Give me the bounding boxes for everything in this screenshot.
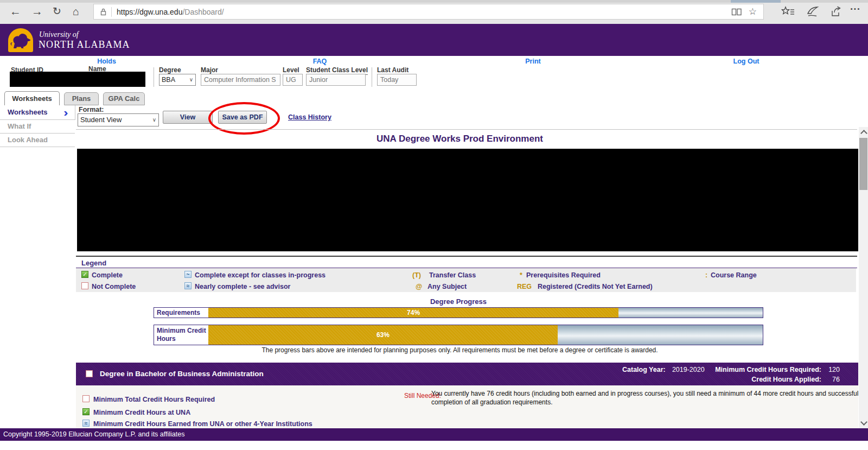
- degree-checkbox-icon: [86, 370, 93, 377]
- degree-progress-title: Degree Progress: [154, 297, 763, 306]
- legend-not-complete-label: Not Complete: [92, 283, 136, 290]
- format-value: Student View: [80, 115, 122, 125]
- applied-hours-label: Credit Hours Applied:: [751, 376, 821, 383]
- credit-hours-bar-label: Minimum Credit Hours: [154, 325, 208, 345]
- tab-plans[interactable]: Plans: [64, 92, 99, 105]
- refresh-icon[interactable]: ↻: [53, 4, 61, 19]
- min-hours-value: 120: [826, 365, 840, 374]
- scroll-down-icon[interactable]: [860, 419, 867, 426]
- forward-icon[interactable]: →: [31, 4, 43, 19]
- copyright-footer: Copyright 1995-2019 Ellucian Company L.P…: [0, 428, 868, 441]
- una-logo: [8, 28, 33, 52]
- last-audit-field: Today: [377, 74, 417, 86]
- vertical-scrollbar[interactable]: [859, 127, 868, 428]
- address-divider: [111, 7, 112, 17]
- applied-hours-value: 76: [826, 375, 840, 384]
- nearly-complete-icon: ≈: [184, 282, 192, 289]
- reading-view-icon[interactable]: [731, 8, 742, 16]
- nearly-complete-icon: ≈: [82, 420, 90, 427]
- catalog-year-value: 2019-2020: [670, 365, 705, 374]
- url-path: /Dashboard/: [182, 8, 224, 16]
- reg-symbol: REG: [517, 283, 532, 290]
- student-class-level-field: Junior: [306, 74, 366, 86]
- degree-requirements: Minimum Total Credit Hours Required Stil…: [76, 385, 858, 428]
- scroll-up-icon[interactable]: [860, 130, 867, 137]
- degree-select[interactable]: BBA ∨: [159, 74, 196, 86]
- home-icon[interactable]: ⌂: [73, 4, 79, 19]
- sidebar-what-if-label: What If: [8, 122, 31, 130]
- level-field: UG: [283, 74, 303, 86]
- degree-title: Degree in Bachelor of Business Administr…: [100, 363, 264, 385]
- sidebar-item-what-if[interactable]: What If: [0, 120, 75, 134]
- progress-disclaimer: The progress bars above are intended for…: [76, 346, 844, 354]
- requirements-progress-bar: Requirements 74%: [154, 307, 763, 318]
- save-as-pdf-highlight-circle: [208, 102, 280, 135]
- any-subject-symbol: @: [416, 283, 422, 290]
- legend-prereq-label: Prerequisites Required: [526, 271, 601, 279]
- legend-nearly-label: Nearly complete - see advisor: [195, 283, 290, 290]
- chevron-down-icon: ∨: [152, 115, 156, 125]
- chevron-down-icon: ∨: [189, 74, 193, 85]
- redacted-audit-header-block: [77, 149, 858, 251]
- more-options-icon[interactable]: ···: [850, 3, 860, 15]
- range-symbol: :: [705, 271, 707, 279]
- address-bar[interactable]: https://dgw.una.edu/Dashboard/ ☆: [93, 4, 764, 20]
- min-hours-label: Minimum Credit Hours Required:: [715, 366, 821, 373]
- still-needed-text: You currently have 76 credit hours (incl…: [431, 390, 860, 407]
- print-link[interactable]: Print: [525, 58, 540, 65]
- credit-hours-progress-bar: Minimum Credit Hours 63%: [154, 325, 763, 345]
- browser-tab-edge: [731, 0, 781, 3]
- tab-worksheets[interactable]: Worksheets: [4, 91, 60, 105]
- requirements-bar-track: 74%: [208, 308, 763, 318]
- class-history-link[interactable]: Class History: [288, 113, 331, 121]
- requirement-min-total-hours: Minimum Total Credit Hours Required: [93, 396, 215, 403]
- legend-transfer-label: Transfer Class: [429, 271, 476, 279]
- tab-gpa-calc[interactable]: GPA Calc: [103, 92, 145, 105]
- sidebar-worksheets-label: Worksheets: [8, 108, 47, 116]
- legend-top-rule: [76, 256, 857, 257]
- credit-hours-bar-track: 63%: [208, 325, 763, 345]
- sidebar-look-ahead-label: Look Ahead: [8, 136, 48, 144]
- logo-text-line2: NORTH ALABAMA: [39, 39, 130, 50]
- sidebar-item-look-ahead[interactable]: Look Ahead: [0, 134, 75, 147]
- sidebar-item-worksheets[interactable]: Worksheets ›: [0, 105, 75, 120]
- chevron-right-icon: ›: [63, 106, 68, 119]
- field-divider: [372, 67, 372, 87]
- browser-toolbar: ← → ↻ ⌂ https://dgw.una.edu/Dashboard/ ☆…: [0, 0, 868, 24]
- degree-value: BBA: [162, 74, 175, 85]
- logo-text-line1: University of: [39, 30, 79, 39]
- page-title: UNA Degree Works Prod Environment: [76, 134, 844, 144]
- scrollbar-thumb[interactable]: [859, 138, 867, 190]
- legend-registered-label: Registered (Credits Not Yet Earned): [538, 283, 653, 290]
- credit-hours-bar-percent: 63%: [208, 325, 558, 345]
- degree-section-header: Degree in Bachelor of Business Administr…: [76, 363, 858, 385]
- lock-icon: [100, 8, 107, 16]
- sidebar-edge: [75, 105, 75, 120]
- not-complete-icon: [82, 395, 90, 402]
- legend: ✓ Complete ~ Complete except for classes…: [76, 268, 856, 292]
- catalog-info: Catalog Year:2019-2020 Minimum Credit Ho…: [614, 365, 840, 384]
- back-icon[interactable]: ←: [10, 4, 21, 19]
- legend-range-label: Course Range: [711, 271, 757, 279]
- requirements-bar-fill: 74%: [208, 308, 618, 318]
- site-header: University of NORTH ALABAMA: [0, 24, 868, 56]
- legend-title: Legend: [81, 259, 106, 267]
- share-icon[interactable]: [830, 6, 844, 17]
- favorites-hub-icon[interactable]: [781, 6, 795, 17]
- requirement-min-hours-4year: Minimum Credit Hours Earned from UNA or …: [93, 420, 312, 428]
- logout-link[interactable]: Log Out: [733, 58, 760, 65]
- complete-icon: ✓: [82, 408, 90, 415]
- quick-links-row: Holds FAQ Print Log Out: [0, 56, 853, 65]
- add-favorite-star-icon[interactable]: ☆: [749, 6, 757, 17]
- url-domain: https://dgw.una.edu: [117, 8, 182, 16]
- legend-complete-label: Complete: [92, 271, 123, 279]
- format-select[interactable]: Student View ∨: [78, 113, 159, 126]
- holds-link[interactable]: Holds: [97, 58, 116, 65]
- redacted-student-id-name: [10, 72, 145, 87]
- requirement-min-hours-una: Minimum Credit Hours at UNA: [93, 409, 190, 416]
- major-field: Computer Information S: [201, 74, 280, 86]
- web-notes-pen-icon[interactable]: [807, 6, 820, 17]
- not-complete-icon: [81, 282, 88, 289]
- faq-link[interactable]: FAQ: [313, 58, 327, 65]
- view-button[interactable]: View: [163, 111, 213, 124]
